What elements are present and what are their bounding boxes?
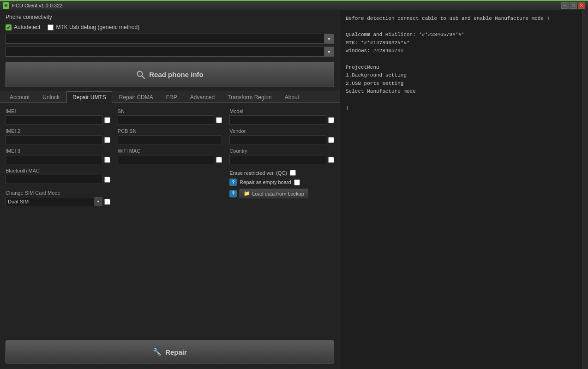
section-header: Phone connectivity <box>0 10 340 22</box>
change-sim-label: Change SIM Card Mode <box>6 190 110 196</box>
bluetooth-mac-input[interactable] <box>6 175 102 184</box>
svg-line-1 <box>142 76 145 78</box>
pcb-sn-label: PCB SN <box>118 128 222 134</box>
field-group-imei2: IMEI 2 <box>6 128 110 144</box>
autodetect-checkbox[interactable] <box>6 24 12 30</box>
imei3-input[interactable] <box>6 155 102 164</box>
imei-checkbox[interactable] <box>104 117 110 123</box>
pcb-sn-input[interactable] <box>118 135 222 144</box>
erase-restricted-checkbox[interactable] <box>290 170 296 176</box>
field-group-wifi-mac: WiFi MAC <box>118 148 222 164</box>
field-group-sn: SN <box>118 108 222 125</box>
tab-about[interactable]: About <box>279 91 305 103</box>
imei2-checkbox[interactable] <box>104 137 110 143</box>
scrollbar[interactable] <box>582 10 588 369</box>
repair-options: Erase restricted ver. (QC) ? Repair as e… <box>229 168 334 198</box>
field-group-bluetooth-mac: Bluetooth MAC Change SIM Card Mode Dual … <box>6 168 110 206</box>
sim-select[interactable]: Dual SIM <box>6 197 102 206</box>
imei3-checkbox[interactable] <box>104 157 110 163</box>
tab-transform-region[interactable]: Transform Region <box>222 91 278 103</box>
wrench-icon: 🔧 <box>153 348 162 356</box>
wifi-mac-checkbox[interactable] <box>216 157 222 163</box>
autodetect-label[interactable]: Autodetect <box>6 24 40 30</box>
search-icon <box>136 70 145 79</box>
title-bar: H HCU Client v1.0.0.322 ─ □ ✕ <box>0 0 588 10</box>
imei3-label: IMEI 3 <box>6 148 110 154</box>
title-bar-left: H HCU Client v1.0.0.322 <box>3 2 62 9</box>
vendor-input[interactable] <box>229 135 326 144</box>
field-group-imei: IMEI <box>6 108 110 125</box>
connectivity-row: Autodetect MTK Usb debug (generic method… <box>0 22 340 32</box>
wifi-mac-row <box>118 155 222 164</box>
erase-restricted-row: Erase restricted ver. (QC) <box>229 170 334 176</box>
left-spacer <box>0 227 340 341</box>
tab-repair-cdma[interactable]: Repair CDMA <box>113 91 159 103</box>
field-group-vendor: Vendor <box>229 128 334 144</box>
field-group-pcb-sn: PCB SN <box>118 128 222 144</box>
load-backup-help-icon[interactable]: ? <box>229 190 237 197</box>
folder-icon: 📁 <box>244 190 250 196</box>
dropdown-wrapper-1: ▼ <box>6 34 334 44</box>
read-phone-button[interactable]: Read phone info <box>6 62 334 87</box>
load-backup-button[interactable]: 📁 Load data from backup <box>240 189 308 198</box>
sn-row <box>118 115 222 125</box>
minimize-button[interactable]: ─ <box>561 2 569 9</box>
imei-label: IMEI <box>6 108 110 114</box>
repair-empty-checkbox[interactable] <box>294 179 300 185</box>
port-select-2[interactable] <box>6 47 334 57</box>
title-text: HCU Client v1.0.0.322 <box>12 3 62 8</box>
vendor-checkbox[interactable] <box>328 137 334 143</box>
vendor-label: Vendor <box>229 128 334 134</box>
wifi-mac-input[interactable] <box>118 155 215 164</box>
close-button[interactable]: ✕ <box>578 2 585 9</box>
sn-checkbox[interactable] <box>216 117 222 123</box>
port-select-1[interactable] <box>6 34 334 44</box>
sim-mode-checkbox[interactable] <box>104 199 110 205</box>
repair-empty-help-icon[interactable]: ? <box>229 179 237 186</box>
sn-label: SN <box>118 108 222 114</box>
repair-label: Repair <box>165 348 187 356</box>
repair-button[interactable]: 🔧 Repair <box>6 340 334 363</box>
erase-restricted-label: Erase restricted ver. (QC) <box>229 170 287 176</box>
model-input[interactable] <box>229 115 326 125</box>
model-checkbox[interactable] <box>328 117 334 123</box>
tab-frp[interactable]: FRP <box>160 91 183 103</box>
country-input[interactable] <box>229 155 326 164</box>
tab-repair-umts[interactable]: Repair UMTS <box>66 91 112 103</box>
right-inner: Before detection connect cable to usb an… <box>340 10 588 369</box>
left-panel: Phone connectivity Autodetect MTK Usb de… <box>0 10 340 369</box>
sn-input[interactable] <box>118 115 215 125</box>
tab-account[interactable]: Account <box>4 91 36 103</box>
sim-select-wrapper: Dual SIM ▼ <box>6 197 102 206</box>
bottom-section: Bluetooth MAC Change SIM Card Mode Dual … <box>6 168 334 206</box>
fields-grid: IMEI SN Model <box>6 108 334 164</box>
tab-unlock[interactable]: Unlock <box>36 91 66 103</box>
tab-advanced[interactable]: Advanced <box>184 91 221 103</box>
pcb-sn-row <box>118 135 222 144</box>
imei-input[interactable] <box>6 115 102 125</box>
tabs-container: Account Unlock Repair UMTS Repair CDMA F… <box>0 91 340 103</box>
bluetooth-mac-row <box>6 175 110 184</box>
load-backup-label: Load data from backup <box>252 191 304 196</box>
autodetect-text: Autodetect <box>14 24 40 30</box>
imei3-row <box>6 155 110 164</box>
dropdown-wrapper-2: ▼ <box>6 47 334 57</box>
model-row <box>229 115 334 125</box>
country-checkbox[interactable] <box>328 157 334 163</box>
model-label: Model <box>229 108 334 114</box>
imei2-row <box>6 135 110 144</box>
mtk-usb-label[interactable]: MTK Usb debug (generic method) <box>48 24 139 30</box>
country-row <box>229 155 334 164</box>
bluetooth-mac-checkbox[interactable] <box>104 177 110 183</box>
mtk-usb-checkbox[interactable] <box>48 24 54 30</box>
app-icon: H <box>3 2 9 9</box>
imei2-input[interactable] <box>6 135 102 144</box>
main-container: Phone connectivity Autodetect MTK Usb de… <box>0 10 588 369</box>
maximize-button[interactable]: □ <box>570 2 577 9</box>
info-text-area: Before detection connect cable to usb an… <box>340 10 582 369</box>
repair-as-empty-label: Repair as empty board <box>240 179 291 185</box>
sim-row: Dual SIM ▼ <box>6 197 110 206</box>
vendor-row <box>229 135 334 144</box>
load-backup-row: ? 📁 Load data from backup <box>229 189 334 198</box>
field-group-country: Country <box>229 148 334 164</box>
